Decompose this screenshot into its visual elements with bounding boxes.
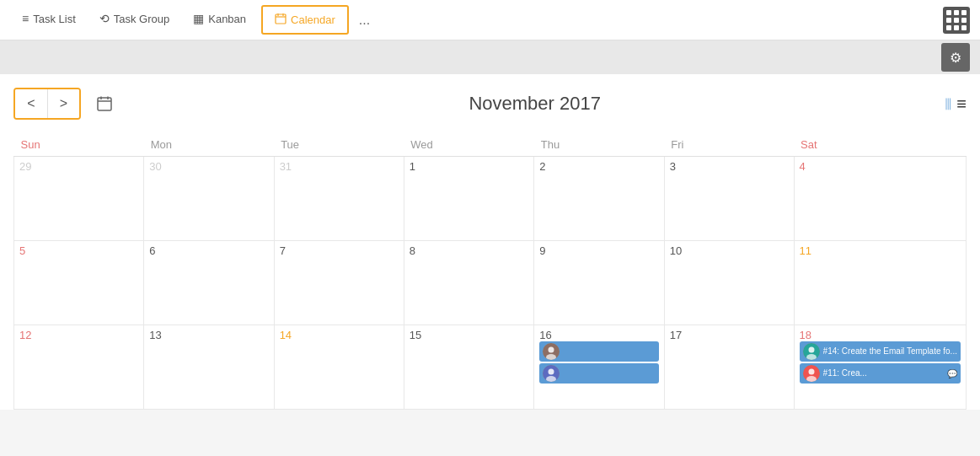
day-cell-13[interactable]: 13: [144, 325, 274, 410]
day-cell-14[interactable]: 14: [274, 325, 404, 410]
gear-icon: ⚙: [950, 50, 961, 66]
day-cell-6[interactable]: 6: [144, 241, 274, 325]
next-month-button[interactable]: >: [47, 89, 79, 118]
day-cell-31-oct[interactable]: 31: [274, 157, 404, 241]
day-cell-2[interactable]: 2: [534, 157, 665, 241]
more-options[interactable]: ...: [352, 13, 377, 28]
day-cell-30-oct[interactable]: 30: [144, 157, 274, 241]
kanban-icon: ▦: [193, 12, 204, 25]
svg-point-15: [808, 347, 814, 353]
svg-point-12: [549, 369, 554, 375]
task-avatar-3: [543, 365, 560, 382]
svg-point-18: [808, 369, 814, 375]
header-mon: Mon: [144, 133, 274, 157]
calendar-tab-icon: [275, 13, 287, 27]
task-chip-15[interactable]: [539, 341, 659, 362]
calendar-header: < > November 2017 ⦀ ≡: [13, 88, 967, 120]
task-avatar-15: [543, 343, 560, 360]
calendar-container: < > November 2017 ⦀ ≡ Sun Mon Tue Wed Th…: [0, 74, 980, 410]
task-chip-14[interactable]: #14: Create the Email Template fo...: [800, 341, 961, 362]
day-cell-11[interactable]: 11: [794, 241, 966, 325]
day-cell-5[interactable]: 5: [14, 241, 144, 325]
tab-task-list[interactable]: ≡ Task List: [10, 0, 88, 40]
day-cell-8[interactable]: 8: [404, 241, 533, 325]
header-wed: Wed: [404, 133, 533, 157]
svg-point-9: [549, 347, 554, 353]
top-nav-right: [943, 7, 970, 34]
view-toggle: ⦀ ≡: [945, 94, 967, 114]
day-cell-16[interactable]: 16: [534, 325, 665, 410]
day-cell-4[interactable]: 4: [794, 157, 966, 241]
calendar-week-1: 29 30 31 1 2 3 4: [14, 157, 967, 241]
day-cell-15[interactable]: 15: [404, 325, 533, 410]
header-tue: Tue: [274, 133, 404, 157]
column-view-button[interactable]: ⦀: [945, 94, 951, 114]
month-nav-buttons: < >: [13, 88, 81, 120]
header-sun: Sun: [14, 133, 144, 157]
weekday-header-row: Sun Mon Tue Wed Thu Fri Sat: [14, 133, 967, 157]
calendar-grid: Sun Mon Tue Wed Thu Fri Sat 29 30 31 1 2…: [13, 133, 967, 410]
task-chip-11-text: #11: Crea...: [823, 368, 867, 378]
tab-task-group-label: Task Group: [114, 13, 169, 25]
day-cell-9[interactable]: 9: [534, 241, 665, 325]
task-avatar-14: [803, 343, 820, 360]
day-cell-10[interactable]: 10: [664, 241, 794, 325]
day-cell-3[interactable]: 3: [664, 157, 794, 241]
apps-button[interactable]: [943, 7, 970, 34]
nav-tabs: ≡ Task List ⟲ Task Group ▦ Kanban Calend…: [10, 0, 377, 40]
calendar-picker-button[interactable]: [91, 90, 118, 117]
settings-bar: ⚙: [0, 40, 980, 74]
tab-kanban-label: Kanban: [208, 13, 246, 25]
list-view-button[interactable]: ≡: [956, 94, 967, 114]
settings-button[interactable]: ⚙: [941, 43, 970, 72]
task-avatar-11: [803, 365, 820, 382]
day-cell-1[interactable]: 1: [404, 157, 533, 241]
tab-task-group[interactable]: ⟲ Task Group: [88, 0, 181, 40]
apps-grid-icon: [946, 10, 967, 30]
task-chip-3[interactable]: [539, 363, 659, 384]
month-title: November 2017: [125, 93, 945, 115]
tab-task-list-label: Task List: [33, 13, 76, 25]
day-cell-18[interactable]: 18 #14: Create the Email Template fo...: [794, 325, 966, 410]
svg-rect-4: [98, 98, 111, 110]
prev-month-button[interactable]: <: [15, 89, 47, 118]
calendar-week-2: 5 6 7 8 9 10 11: [14, 241, 967, 325]
day-cell-7[interactable]: 7: [274, 241, 404, 325]
header-sat: Sat: [794, 133, 966, 157]
day-cell-12[interactable]: 12: [14, 325, 144, 410]
top-nav: ≡ Task List ⟲ Task Group ▦ Kanban Calend…: [0, 0, 980, 40]
tab-kanban[interactable]: ▦ Kanban: [181, 0, 258, 40]
calendar-week-3: 12 13 14 15 16: [14, 325, 967, 410]
task-group-icon: ⟲: [99, 12, 110, 25]
task-chip-14-text: #14: Create the Email Template fo...: [823, 346, 957, 357]
tab-calendar[interactable]: Calendar: [261, 5, 349, 35]
header-fri: Fri: [664, 133, 794, 157]
chat-icon: 💬: [947, 369, 957, 378]
svg-rect-0: [276, 14, 286, 24]
header-thu: Thu: [534, 133, 665, 157]
day-cell-29-oct[interactable]: 29: [14, 157, 144, 241]
tab-calendar-label: Calendar: [291, 13, 335, 26]
day-cell-17[interactable]: 17: [664, 325, 794, 410]
task-chip-11[interactable]: #11: Crea... 💬: [800, 363, 961, 384]
task-list-icon: ≡: [22, 12, 29, 25]
